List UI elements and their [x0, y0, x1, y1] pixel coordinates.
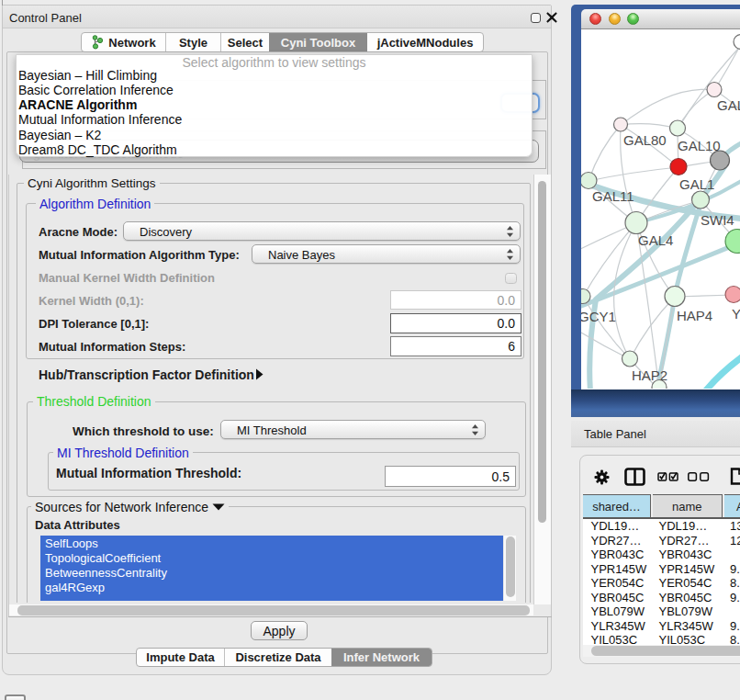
svg-text:Y: Y — [732, 305, 740, 321]
svg-text:SWI4: SWI4 — [701, 211, 734, 227]
svg-text:GCY1: GCY1 — [581, 308, 616, 323]
svg-text:GAL10: GAL10 — [678, 137, 721, 152]
svg-text:GAL7: GAL7 — [717, 96, 740, 112]
svg-text:GAL1: GAL1 — [679, 175, 714, 191]
svg-text:GAL4: GAL4 — [638, 231, 673, 247]
svg-text:HAP2: HAP2 — [632, 367, 667, 382]
svg-text:GAL80: GAL80 — [623, 131, 667, 147]
svg-text:GAL11: GAL11 — [592, 187, 634, 203]
svg-text:HAP4: HAP4 — [677, 307, 712, 322]
